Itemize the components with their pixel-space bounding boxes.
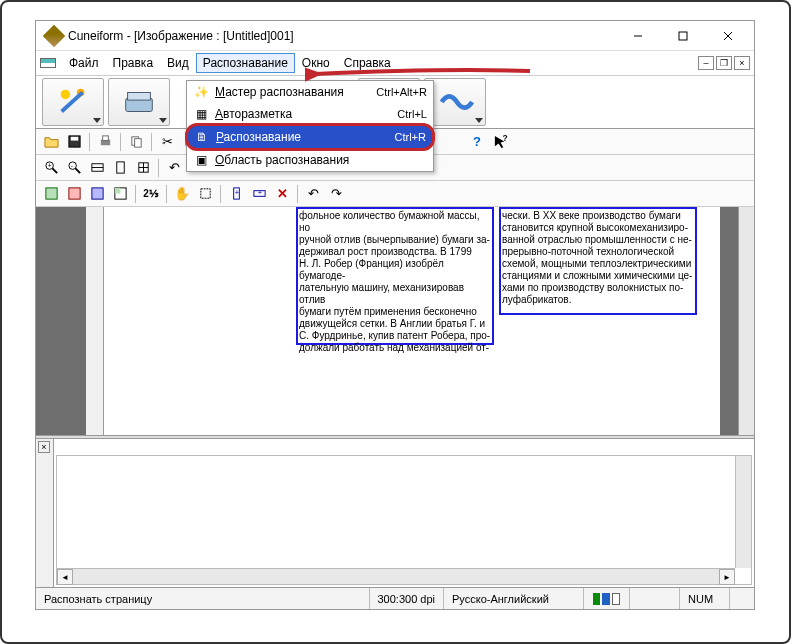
svg-rect-35 [45,188,56,199]
toolbar-blocks: 2⅓ ✋ + + ✕ ↶ ↷ [36,181,754,207]
block-mixed-icon[interactable] [109,183,131,205]
menu-item-recognize[interactable]: 🗎 Распознавание Ctrl+R [185,123,435,151]
document-area: фольное количество бумажной массы, но ру… [36,207,754,435]
mdi-minimize[interactable]: – [698,56,714,70]
scrollbar-horizontal[interactable]: ◄► [57,568,735,584]
menubar: Файл Правка Вид Распознавание Окно Справ… [36,51,754,75]
svg-rect-37 [91,188,102,199]
close-button[interactable] [705,22,750,50]
svg-text:+: + [257,188,262,197]
status-hint: Распознать страницу [36,588,370,609]
minimize-button[interactable] [615,22,660,50]
svg-rect-36 [68,188,79,199]
svg-rect-13 [70,137,78,141]
maximize-button[interactable] [660,22,705,50]
select-icon[interactable] [194,183,216,205]
menu-help[interactable]: Справка [337,53,398,73]
undo-icon[interactable]: ↶ [302,183,324,205]
menu-file[interactable]: Файл [62,53,106,73]
status-lang: Русско-Английский [444,588,584,609]
menu-item-area[interactable]: ▣ Область распознавания [187,149,433,171]
titlebar[interactable]: Cuneiform - [Изображение : [Untitled]001… [36,21,754,51]
status-num: NUM [680,588,730,609]
add-vblock-icon[interactable]: + [225,183,247,205]
copy-icon[interactable] [125,131,147,153]
pane-close-icon[interactable]: × [38,441,50,453]
app-icon [43,24,66,47]
mdi-close[interactable]: × [734,56,750,70]
hand-icon[interactable]: ✋ [171,183,193,205]
wand-icon: ✨ [193,84,209,100]
scrollbar-vertical-2[interactable] [735,456,751,568]
menu-view[interactable]: Вид [160,53,196,73]
svg-rect-15 [102,136,108,141]
menu-recognize[interactable]: Распознавание [196,53,295,73]
svg-rect-1 [679,32,687,40]
scrollbar-vertical[interactable] [738,207,754,435]
svg-text:+: + [234,188,239,197]
statusbar: Распознать страницу 300:300 dpi Русско-А… [36,587,754,609]
scanner-button[interactable] [108,78,170,126]
del-block-icon[interactable]: ✕ [271,183,293,205]
wizard-button[interactable] [42,78,104,126]
mdi-icon [40,58,56,68]
svg-rect-39 [114,188,120,194]
zoom-in-icon[interactable]: + [40,157,62,179]
ocr-icon: 🗎 [194,129,210,145]
menu-edit[interactable]: Правка [106,53,161,73]
menu-item-autolayout[interactable]: ▦ Авторазметка Ctrl+L [187,103,433,125]
svg-rect-31 [116,162,124,173]
svg-text:?: ? [502,134,507,143]
result-pane: × ◄► [36,439,754,587]
document-page[interactable]: фольное количество бумажной массы, но ру… [104,207,720,435]
status-icons [584,588,630,609]
block-image-icon[interactable] [63,183,85,205]
svg-line-27 [75,168,80,173]
menu-window[interactable]: Окно [295,53,337,73]
svg-rect-17 [134,139,141,147]
block-table-icon[interactable] [86,183,108,205]
zoom-out-icon[interactable]: - [63,157,85,179]
text-block-2[interactable]: чески. В XX веке производство бумаги ста… [499,207,697,315]
svg-rect-40 [200,189,209,198]
status-dpi: 300:300 dpi [370,588,445,609]
area-icon: ▣ [193,152,209,168]
svg-line-24 [52,168,57,173]
about-icon[interactable]: ? [466,131,488,153]
menu-item-wizard[interactable]: ✨ Мастер распознавания Ctrl+Alt+R [187,81,433,103]
print-icon[interactable] [94,131,116,153]
mdi-restore[interactable]: ❐ [716,56,732,70]
help-icon[interactable]: ? [489,131,511,153]
svg-text:-: - [70,162,72,169]
svg-rect-8 [128,93,151,101]
text-block-1[interactable]: фольное количество бумажной массы, но ру… [296,207,494,345]
open-icon[interactable] [40,131,62,153]
recognize-dropdown: ✨ Мастер распознавания Ctrl+Alt+R ▦ Авто… [186,80,434,172]
svg-point-4 [61,90,71,100]
ruler-vertical-2 [36,439,54,587]
fit-both-icon[interactable] [132,157,154,179]
ruler-vertical [86,207,104,435]
save-icon[interactable] [63,131,85,153]
fit-page-icon[interactable] [109,157,131,179]
add-hblock-icon[interactable]: + [248,183,270,205]
redo-icon[interactable]: ↷ [325,183,347,205]
window-title: Cuneiform - [Изображение : [Untitled]001… [68,29,615,43]
svg-text:+: + [47,162,51,169]
numbers-icon[interactable]: 2⅓ [140,183,162,205]
layout-icon: ▦ [193,106,209,122]
result-content[interactable]: ◄► [56,455,752,585]
fit-width-icon[interactable] [86,157,108,179]
cut-icon[interactable]: ✂ [156,131,178,153]
block-text-icon[interactable] [40,183,62,205]
rotate-left-icon[interactable]: ↶ [163,157,185,179]
